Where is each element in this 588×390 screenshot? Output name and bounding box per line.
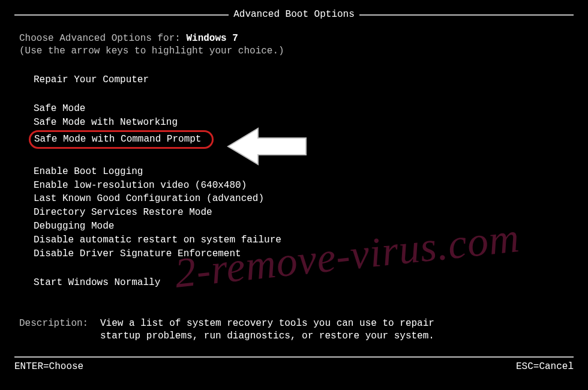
boot-option-label: Last Known Good Configuration (advanced) (34, 193, 264, 205)
option-group: Repair Your Computer (19, 73, 569, 87)
description-row: Description: View a list of system recov… (19, 317, 569, 343)
boot-options-list[interactable]: Repair Your ComputerSafe ModeSafe Mode w… (19, 73, 569, 290)
boot-option-label: Enable low-resolution video (640x480) (34, 179, 247, 192)
hint-esc: ESC=Cancel (516, 361, 574, 373)
boot-option-label: Safe Mode (34, 103, 85, 115)
boot-option[interactable]: Disable Driver Signature Enforcement (34, 247, 569, 261)
title-bar: Advanced Boot Options (14, 8, 574, 21)
boot-option-label: Disable Driver Signature Enforcement (34, 248, 241, 260)
hint-enter: ENTER=Choose (14, 361, 83, 373)
boot-option[interactable]: Safe Mode (34, 102, 569, 116)
option-group: Enable Boot LoggingEnable low-resolution… (19, 165, 569, 261)
boot-option[interactable]: Debugging Mode (34, 220, 569, 233)
boot-option-label: Safe Mode with Networking (34, 116, 178, 129)
boot-option-label: Safe Mode with Command Prompt (29, 130, 214, 149)
boot-option-label: Start Windows Normally (34, 277, 160, 289)
footer-hints: ENTER=Choose ESC=Cancel (14, 361, 574, 373)
boot-option-label: Repair Your Computer (34, 74, 149, 86)
description-label: Description: (19, 317, 100, 343)
boot-option-label: Debugging Mode (34, 220, 114, 233)
arrow-key-instruction: (Use the arrow keys to highlight your ch… (19, 45, 569, 58)
boot-option[interactable]: Disable automatic restart on system fail… (34, 233, 569, 247)
boot-option[interactable]: Safe Mode with Networking (34, 116, 569, 130)
boot-option-label: Enable Boot Logging (34, 166, 143, 178)
option-group: Start Windows Normally (19, 276, 569, 290)
boot-options-frame: Advanced Boot Options Choose Advanced Op… (14, 14, 574, 358)
screen-title: Advanced Boot Options (229, 9, 359, 20)
os-name: Windows 7 (186, 33, 238, 44)
choose-line: Choose Advanced Options for: Windows 7 (19, 32, 569, 45)
boot-option-label: Directory Services Restore Mode (34, 206, 212, 219)
boot-option-label: Disable automatic restart on system fail… (34, 234, 281, 247)
boot-option[interactable]: Enable low-resolution video (640x480) (34, 179, 569, 193)
boot-option[interactable]: Directory Services Restore Mode (34, 206, 569, 220)
option-group: Safe ModeSafe Mode with NetworkingSafe M… (19, 102, 569, 149)
choose-prefix: Choose Advanced Options for: (19, 33, 186, 44)
description-text: View a list of system recovery tools you… (100, 317, 436, 343)
boot-option[interactable]: Repair Your Computer (34, 73, 569, 87)
boot-option[interactable]: Last Known Good Configuration (advanced) (34, 192, 569, 206)
boot-option[interactable]: Start Windows Normally (34, 276, 569, 290)
content-body: Choose Advanced Options for: Windows 7 (… (14, 16, 574, 349)
boot-option-selected[interactable]: Safe Mode with Command Prompt (34, 130, 569, 149)
boot-option[interactable]: Enable Boot Logging (34, 165, 569, 179)
